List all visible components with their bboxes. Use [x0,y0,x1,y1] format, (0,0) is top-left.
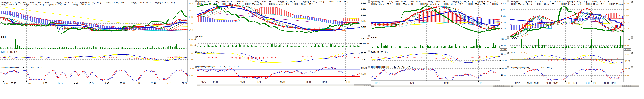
svg-text:8,795: 8,795 [361,20,366,22]
svg-text:ЩЩЩЩЩЩЩЩЩЩЩЩЩ( 14, 3, 80, 20 ): ЩЩЩЩЩЩЩЩЩЩЩЩЩ( 14, 3, 80, 20 ) [1,66,42,69]
svg-text:ЩЩЩ: ЩЩЩ [1,36,6,39]
svg-text:10/18: 10/18 [256,81,261,83]
svg-text:ЩЩЩЩЩЩЩ 11/12( 60Щ, 2011/10/11: ЩЩЩЩЩЩЩ 11/12( 60Щ, 2011/10/11 - 2011/10… [511,1,612,3]
svg-text:ЩЩЩЩ( Close, 150 ) ЩЩЩЩ( Cl: ЩЩЩЩ( Close, 150 ) ЩЩЩЩ( Close, 75 ) ЩЩЩ… [511,3,623,5]
svg-text:30.00: 30.00 [501,53,506,55]
svg-text:ЩЩЩЩЩЩЩЩЩЩЩЩЩ( 14, 3, 80, 20 ): ЩЩЩЩЩЩЩЩЩЩЩЩЩ( 14, 3, 80, 20 ) [511,66,552,69]
svg-text:20.50: 20.50 [361,52,366,54]
svg-text:12:00: 12:00 [346,81,350,83]
svg-text:ЩЩЩ: ЩЩЩ [371,36,377,39]
svg-text:8,905: 8,905 [501,9,506,11]
svg-text:09:20: 09:20 [11,82,16,85]
svg-text:-8.50: -8.50 [361,59,366,61]
svg-text:02:40: 02:40 [4,82,8,85]
svg-text:ЩЩЩЩ( Close, 5 ) ЩЩЩЩ( Clos: ЩЩЩЩ( Close, 5 ) ЩЩЩЩ( Close, 20 ) ЩЩЩЩ(… [1,4,93,6]
svg-text:8,740: 8,740 [361,26,366,28]
svg-text:8,875: 8,875 [188,3,194,5]
svg-text:MACD( 12, 26, 9 ): MACD( 12, 26, 9 ) [371,51,388,54]
svg-text:21:20: 21:20 [136,82,140,85]
svg-text:8,755: 8,755 [188,23,194,25]
svg-text:× 100: × 100 [501,49,506,50]
svg-text:10/19: 10/19 [166,82,171,85]
svg-text:35.00: 35.00 [188,75,194,77]
svg-text:100.00: 100.00 [624,68,630,70]
svg-text:10/18: 10/18 [444,82,449,84]
svg-text:14:40: 14:40 [73,82,78,85]
svg-text:17:20: 17:20 [89,82,94,85]
svg-text:8,905: 8,905 [624,9,629,11]
svg-text:10/19: 10/19 [611,82,616,84]
svg-text:35.00: 35.00 [501,45,506,47]
svg-text:16:30: 16:30 [604,82,609,84]
svg-text:8,835: 8,835 [188,9,194,12]
svg-text:3,900.00: 3,900.00 [188,38,196,40]
svg-text:ЩЩЩЩ( Close, 75 ) ЩЩЩЩ( Clo: ЩЩЩЩ( Close, 75 ) ЩЩЩЩ( Close, 10 ) ЩЩЩЩ… [372,3,499,5]
svg-text:8,850: 8,850 [501,15,506,17]
svg-text:40.00: 40.00 [501,74,506,77]
svg-text:-15.00: -15.00 [501,60,506,62]
svg-text:ЩЩЩЩЩЩЩЩЩЩЩЩЩ( 14, 3, 80, 20 ): ЩЩЩЩЩЩЩЩЩЩЩЩЩ( 14, 3, 80, 20 ) [371,66,413,69]
svg-text:MACD( 12, 26, 9 ): MACD( 12, 26, 9 ) [511,51,527,54]
svg-text:100.00: 100.00 [188,68,194,70]
svg-text:8,740: 8,740 [501,27,506,30]
svg-text:3,000.00: 3,000.00 [361,43,369,45]
svg-text:ЩЩЩ: ЩЩЩ [197,36,203,38]
svg-text:10/15: 10/15 [572,82,577,84]
svg-text:-5.00: -5.00 [188,59,194,61]
svg-text:100.00: 100.00 [361,67,367,69]
svg-text:16:30: 16:30 [566,82,570,84]
svg-text:10/14: 10/14 [375,82,380,84]
svg-text:ЩЩЩЩЩЩЩ 11/12( 15Щ, 2011/10/11: ЩЩЩЩЩЩЩ 11/12( 15Щ, 2011/10/11 - 2011/10… [198,1,348,3]
svg-text:8,740: 8,740 [624,28,629,30]
svg-text:20:00: 20:00 [306,81,311,83]
svg-text:10/13: 10/13 [534,82,539,84]
svg-text:-10.00: -10.00 [624,60,630,62]
svg-text:20:00: 20:00 [240,81,245,83]
svg-text:8,905: 8,905 [361,8,366,10]
svg-text:8,795: 8,795 [188,16,194,18]
svg-text:10/19: 10/19 [479,82,484,84]
svg-text:8,960: 8,960 [624,2,629,4]
svg-text:100.00: 100.00 [501,68,506,70]
svg-text:40.00: 40.00 [624,53,629,55]
svg-text:13:20: 13:20 [58,82,62,85]
svg-text:8,850: 8,850 [624,15,629,17]
svg-text:135.00: 135.00 [624,38,630,41]
svg-text:105.00: 105.00 [501,38,506,40]
svg-text:ЩЩЩЩЩЩЩ 11/12( 30Щ, 2011/10/11: ЩЩЩЩЩЩЩ 11/12( 30Щ, 2011/10/11 - 2011/10… [372,1,498,3]
svg-text:8,795: 8,795 [624,21,629,24]
svg-text:16:30: 16:30 [527,82,532,84]
svg-text:MACD( 12, 26, 9 ): MACD( 12, 26, 9 ) [1,51,17,53]
svg-text:12:00: 12:00 [280,81,285,83]
svg-text:× 100: × 100 [625,49,630,50]
svg-text:ЩЩЩЩЩЩЩЩЩЩЩЩЩ( 14, 3, 80, 20 ): ЩЩЩЩЩЩЩЩЩЩЩЩЩ( 14, 3, 80, 20 ) [197,66,239,68]
svg-text:20:00: 20:00 [120,82,125,85]
svg-text:18:40: 18:40 [104,82,109,85]
svg-text:8,850: 8,850 [361,14,366,16]
svg-text:01:20: 01:20 [182,82,187,85]
svg-text:22:40: 22:40 [151,82,156,85]
svg-text:10/17: 10/17 [201,81,206,83]
svg-text:10/12: 10/12 [515,82,520,84]
svg-text:12:00: 12:00 [213,81,218,83]
svg-text:8,715: 8,715 [188,29,194,31]
svg-text:50.00: 50.00 [624,45,629,47]
svg-text:10/15: 10/15 [409,82,414,84]
svg-text:10/18: 10/18 [592,82,596,84]
svg-text:40.00: 40.00 [624,75,629,77]
svg-text:8,960: 8,960 [361,2,366,4]
svg-text:8,500.00: 8,500.00 [361,38,369,40]
svg-text:16:30: 16:30 [546,82,551,84]
svg-text:ЩЩЩЩЩЩЩ 11/12( 5Щ, 2011/10/15: ЩЩЩЩЩЩЩ 11/12( 5Щ, 2011/10/15 - 2011/10/… [1,1,175,4]
svg-text:16:30: 16:30 [585,82,590,84]
svg-text:35.00: 35.00 [361,73,366,75]
svg-text:8,960: 8,960 [501,3,506,5]
svg-text:ЩЩЩ: ЩЩЩ [511,36,516,39]
svg-text:10.00: 10.00 [188,53,194,55]
svg-text:10:40: 10:40 [26,82,32,85]
svg-text:12:00: 12:00 [42,82,47,85]
svg-text:ЩЩЩЩ( Close, 10 ) ЩЩЩЩ( Clo: ЩЩЩЩ( Close, 10 ) ЩЩЩЩ( Close, 5 ) ЩЩЩЩ(… [198,3,314,5]
svg-text:1,550.00: 1,550.00 [188,44,196,46]
svg-text:10/14: 10/14 [553,82,558,84]
svg-text:8,795: 8,795 [501,21,506,24]
